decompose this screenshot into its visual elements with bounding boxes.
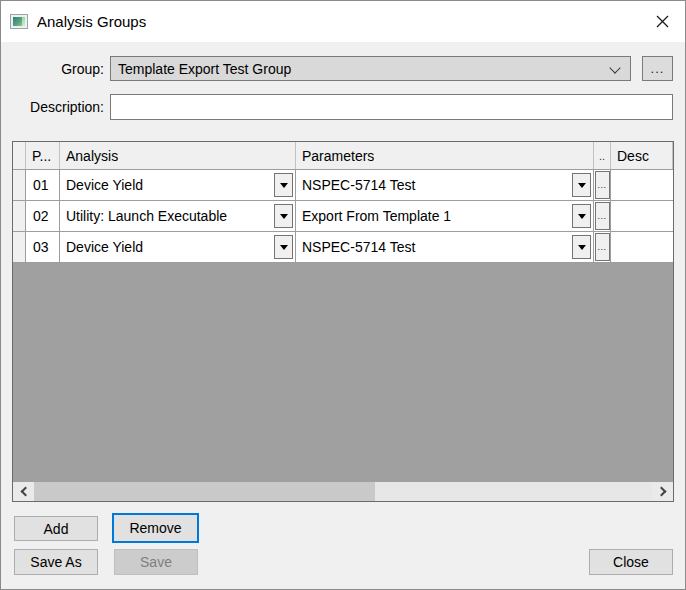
analysis-value: Device Yield: [66, 239, 143, 255]
description-label: Description:: [1, 99, 104, 115]
scrollbar-thumb[interactable]: [34, 482, 375, 501]
dropdown-arrow-icon: [280, 183, 288, 188]
group-browse-label: ...: [651, 61, 665, 76]
desc-cell[interactable]: [611, 201, 673, 231]
save-button: Save: [114, 549, 198, 575]
row-selector[interactable]: [13, 201, 26, 231]
desc-cell[interactable]: [611, 232, 673, 262]
group-select[interactable]: Template Export Test Group: [110, 56, 631, 81]
position-cell[interactable]: 03: [26, 232, 60, 262]
dropdown-arrow-icon: [280, 214, 288, 219]
dropdown-arrow-icon: [578, 183, 586, 188]
horizontal-scrollbar[interactable]: [13, 482, 673, 501]
app-icon: [10, 14, 28, 29]
analysis-value: Utility: Launch Executable: [66, 208, 227, 224]
analysis-groups-dialog: Analysis Groups Group: Template Export T…: [0, 0, 686, 590]
parameters-value: Export From Template 1: [302, 208, 451, 224]
analysis-grid: P... Analysis Parameters .. Desc 01 Devi…: [12, 141, 674, 502]
chevron-down-icon: [609, 62, 620, 73]
table-row: 03 Device Yield NSPEC-5714 Test ...: [13, 232, 673, 263]
scroll-right-button[interactable]: [652, 482, 673, 501]
grid-header-more[interactable]: ..: [594, 142, 611, 169]
parameters-cell[interactable]: Export From Template 1: [296, 201, 594, 231]
grid-header-position[interactable]: P...: [26, 142, 60, 169]
window-close-button[interactable]: [639, 1, 685, 41]
window-title: Analysis Groups: [37, 13, 146, 30]
row-more-button[interactable]: ...: [595, 171, 610, 199]
parameters-dropdown-button[interactable]: [572, 235, 591, 259]
remove-button[interactable]: Remove: [112, 513, 199, 543]
grid-empty-area: [13, 263, 673, 482]
parameters-dropdown-button[interactable]: [572, 173, 591, 197]
scrollbar-track[interactable]: [375, 482, 652, 501]
description-input[interactable]: [110, 94, 673, 120]
position-cell[interactable]: 01: [26, 170, 60, 200]
analysis-cell[interactable]: Device Yield: [60, 232, 296, 262]
analysis-cell[interactable]: Device Yield: [60, 170, 296, 200]
row-more-button[interactable]: ...: [595, 233, 610, 261]
desc-cell[interactable]: [611, 170, 673, 200]
analysis-dropdown-button[interactable]: [274, 204, 293, 228]
close-button[interactable]: Close: [589, 549, 673, 575]
grid-header-parameters[interactable]: Parameters: [296, 142, 594, 169]
analysis-dropdown-button[interactable]: [274, 235, 293, 259]
title-bar: Analysis Groups: [1, 1, 685, 42]
parameters-value: NSPEC-5714 Test: [302, 239, 415, 255]
app-icon-bar: [22, 17, 25, 26]
chevron-left-icon: [20, 487, 30, 497]
scroll-left-button[interactable]: [13, 482, 34, 501]
analysis-value: Device Yield: [66, 177, 143, 193]
add-button[interactable]: Add: [14, 516, 98, 541]
position-cell[interactable]: 02: [26, 201, 60, 231]
grid-header-selector[interactable]: [13, 142, 26, 169]
parameters-value: NSPEC-5714 Test: [302, 177, 415, 193]
dropdown-arrow-icon: [280, 245, 288, 250]
analysis-cell[interactable]: Utility: Launch Executable: [60, 201, 296, 231]
parameters-dropdown-button[interactable]: [572, 204, 591, 228]
dropdown-arrow-icon: [578, 214, 586, 219]
row-more-button[interactable]: ...: [595, 202, 610, 230]
save-as-button[interactable]: Save As: [14, 549, 98, 575]
grid-header-desc[interactable]: Desc: [611, 142, 673, 169]
grid-header-row: P... Analysis Parameters .. Desc: [13, 142, 673, 170]
row-selector[interactable]: [13, 232, 26, 262]
more-cell: ...: [594, 170, 611, 200]
more-cell: ...: [594, 232, 611, 262]
grid-header-analysis[interactable]: Analysis: [60, 142, 296, 169]
parameters-cell[interactable]: NSPEC-5714 Test: [296, 232, 594, 262]
app-icon-pane: [13, 17, 22, 26]
row-selector[interactable]: [13, 170, 26, 200]
parameters-cell[interactable]: NSPEC-5714 Test: [296, 170, 594, 200]
dropdown-arrow-icon: [578, 245, 586, 250]
chevron-right-icon: [656, 487, 666, 497]
analysis-dropdown-button[interactable]: [274, 173, 293, 197]
group-browse-button[interactable]: ...: [642, 56, 673, 81]
more-cell: ...: [594, 201, 611, 231]
table-row: 02 Utility: Launch Executable Export Fro…: [13, 201, 673, 232]
close-icon: [656, 15, 669, 28]
table-row: 01 Device Yield NSPEC-5714 Test ...: [13, 170, 673, 201]
group-select-value: Template Export Test Group: [118, 61, 291, 77]
group-label: Group:: [1, 61, 104, 77]
